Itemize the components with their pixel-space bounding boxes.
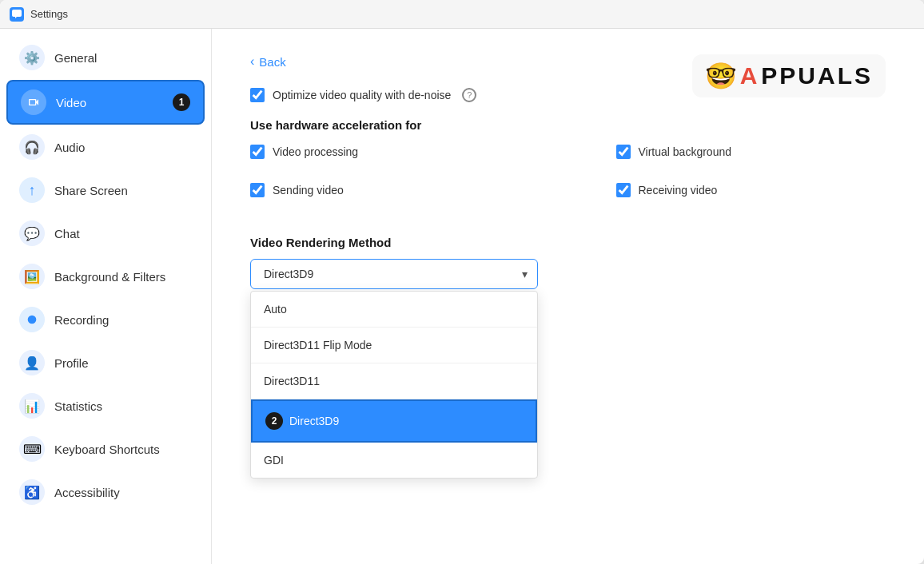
chat-icon: 💬 — [19, 220, 45, 246]
sidebar-label-keyboard-shortcuts: Keyboard Shortcuts — [54, 443, 160, 456]
option-badge-2: 2 — [265, 412, 283, 430]
settings-window: Settings ⚙️ General Video 1 🎧 Audio — [0, 0, 924, 564]
hw-video-processing-checkbox[interactable] — [250, 145, 265, 159]
statistics-icon: 📊 — [19, 393, 45, 419]
sidebar-item-chat[interactable]: 💬 Chat — [6, 212, 205, 254]
app-icon — [10, 7, 24, 22]
hw-grid: Video processing Virtual background Send… — [250, 145, 886, 213]
sidebar-item-background-filters[interactable]: 🖼️ Background & Filters — [6, 256, 205, 297]
sidebar-item-general[interactable]: ⚙️ General — [6, 37, 205, 78]
option-auto[interactable]: Auto — [251, 292, 537, 328]
back-button[interactable]: ‹ Back — [250, 54, 286, 69]
sidebar-item-profile[interactable]: 👤 Profile — [6, 342, 205, 383]
option-direct3d9-label: Direct3D9 — [289, 415, 339, 427]
sidebar-item-statistics[interactable]: 📊 Statistics — [6, 385, 205, 427]
hw-sending-video-row: Sending video — [250, 183, 520, 197]
window-title: Settings — [30, 8, 68, 20]
sidebar-label-recording: Recording — [54, 313, 109, 327]
sidebar-item-recording[interactable]: Recording — [6, 299, 205, 340]
sidebar-item-audio[interactable]: 🎧 Audio — [6, 126, 205, 168]
option-direct3d11-flip[interactable]: Direct3D11 Flip Mode — [251, 328, 537, 363]
logo-box: 🤓 APPUALS — [692, 54, 886, 97]
keyboard-shortcuts-icon: ⌨ — [19, 436, 45, 462]
hw-section-heading: Use hardware acceleration for — [250, 118, 886, 132]
sidebar-label-statistics: Statistics — [54, 399, 102, 413]
sidebar-item-keyboard-shortcuts[interactable]: ⌨ Keyboard Shortcuts — [6, 428, 205, 470]
hw-virtual-background-checkbox[interactable] — [616, 145, 631, 159]
sidebar-item-share-screen[interactable]: ↑ Share Screen — [6, 169, 205, 211]
sidebar-item-video[interactable]: Video 1 — [6, 80, 205, 125]
profile-icon: 👤 — [19, 350, 45, 375]
sidebar-label-background-filters: Background & Filters — [54, 270, 165, 284]
rendering-section: Video Rendering Method Direct3D9 ▾ Auto … — [250, 236, 886, 289]
option-gdi[interactable]: GDI — [251, 443, 537, 478]
sidebar-label-profile: Profile — [54, 356, 89, 370]
audio-icon: 🎧 — [19, 134, 45, 160]
sidebar-label-audio: Audio — [54, 141, 85, 154]
hw-virtual-background-row: Virtual background — [616, 145, 886, 159]
hw-receiving-video-row: Receiving video — [616, 183, 886, 197]
title-bar: Settings — [0, 0, 924, 29]
rendering-dropdown-wrapper: Direct3D9 ▾ Auto Direct3D11 Flip Mode Di… — [250, 259, 538, 289]
back-label: Back — [259, 55, 285, 69]
sidebar-item-accessibility[interactable]: ♿ Accessibility — [6, 471, 205, 513]
hw-video-processing-row: Video processing — [250, 145, 520, 159]
sidebar-label-chat: Chat — [54, 227, 80, 240]
video-icon — [21, 89, 46, 115]
accessibility-icon: ♿ — [19, 479, 45, 505]
hw-receiving-video-label: Receiving video — [639, 184, 718, 197]
option-direct3d11[interactable]: Direct3D11 — [251, 363, 537, 399]
info-icon[interactable]: ? — [462, 88, 476, 102]
rendering-selected-value: Direct3D9 — [264, 268, 313, 280]
recording-icon — [19, 307, 45, 332]
main-panel: 🤓 APPUALS ‹ Back Optimize video quality … — [212, 29, 924, 564]
rendering-heading: Video Rendering Method — [250, 236, 886, 249]
sidebar-label-share-screen: Share Screen — [54, 184, 128, 197]
appuals-logo: APPUALS — [740, 62, 873, 89]
logo-emoji: 🤓 — [705, 61, 737, 91]
background-filters-icon: 🖼️ — [19, 264, 45, 289]
dropdown-chevron-icon: ▾ — [522, 268, 528, 280]
svg-point-1 — [28, 316, 37, 324]
option-direct3d9[interactable]: 2 Direct3D9 — [251, 399, 537, 443]
back-chevron-icon: ‹ — [250, 54, 254, 69]
hw-sending-video-checkbox[interactable] — [250, 183, 265, 197]
general-icon: ⚙️ — [19, 45, 45, 70]
rendering-dropdown-trigger[interactable]: Direct3D9 ▾ — [250, 259, 538, 289]
hw-sending-video-label: Sending video — [273, 184, 344, 197]
sidebar-label-general: General — [54, 51, 97, 65]
hw-video-processing-label: Video processing — [273, 145, 358, 158]
optimize-label: Optimize video quality with de-noise — [273, 89, 451, 101]
sidebar-label-video: Video — [56, 96, 86, 109]
sidebar: ⚙️ General Video 1 🎧 Audio ↑ Share Scree… — [0, 29, 212, 564]
sidebar-label-accessibility: Accessibility — [54, 486, 120, 499]
main-content: ⚙️ General Video 1 🎧 Audio ↑ Share Scree… — [0, 29, 924, 564]
video-badge: 1 — [173, 93, 190, 111]
share-screen-icon: ↑ — [19, 177, 45, 203]
hw-receiving-video-checkbox[interactable] — [616, 183, 631, 197]
svg-rect-0 — [12, 10, 22, 17]
optimize-checkbox[interactable] — [250, 88, 265, 102]
rendering-dropdown-list: Auto Direct3D11 Flip Mode Direct3D11 2 D… — [250, 291, 538, 479]
logo-area: 🤓 APPUALS — [692, 54, 886, 97]
hw-virtual-background-label: Virtual background — [639, 145, 731, 158]
